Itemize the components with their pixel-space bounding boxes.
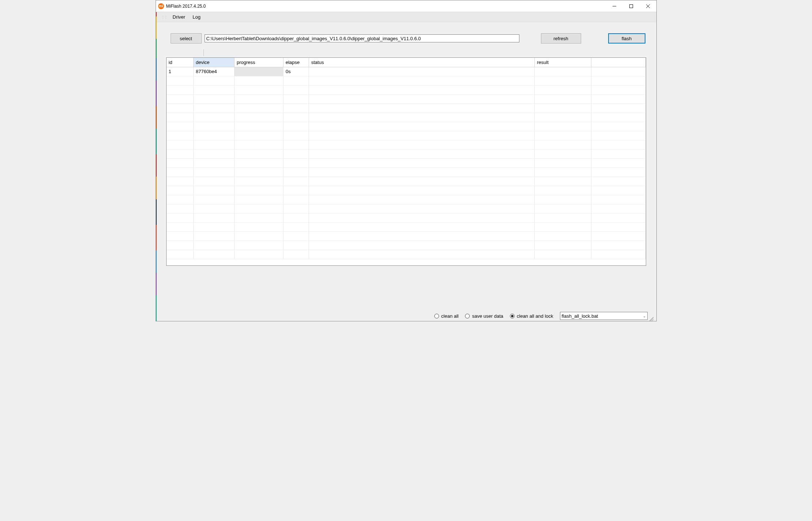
menu-bar: ⋮⋮ Driver Log [156, 12, 656, 22]
svg-rect-1 [629, 4, 633, 8]
table-row-empty [167, 113, 646, 122]
table-row-empty [167, 195, 646, 204]
col-header-device[interactable]: device [194, 58, 235, 67]
app-window: mi MiFlash 2017.4.25.0 ⋮⋮ Driver Log sel… [156, 0, 657, 321]
table-row-empty [167, 140, 646, 149]
radio-option[interactable]: clean all [434, 313, 462, 319]
table-row-empty [167, 241, 646, 250]
refresh-button[interactable]: refresh [541, 33, 581, 44]
chevron-down-icon: ⌄ [643, 314, 646, 318]
table-row-empty [167, 250, 646, 259]
table-row-empty [167, 186, 646, 195]
radio-label: clean all [441, 313, 459, 319]
cell-progress [235, 67, 283, 76]
radio-icon [465, 314, 470, 318]
table-row-empty [167, 167, 646, 177]
rom-path-input[interactable] [205, 34, 519, 42]
col-header-result[interactable]: result [535, 58, 591, 67]
close-button[interactable] [640, 0, 656, 12]
table-row-empty [167, 122, 646, 131]
table-row-empty [167, 158, 646, 167]
flash-button[interactable]: flash [608, 33, 645, 44]
cell-extra [591, 67, 646, 76]
table-row[interactable]: 187760be40s [167, 67, 646, 76]
table-row-empty [167, 204, 646, 213]
decorative-left-strip [156, 0, 157, 321]
table-row-empty [167, 213, 646, 222]
minimize-icon [613, 4, 616, 8]
col-header-status[interactable]: status [309, 58, 535, 67]
table-row-empty [167, 131, 646, 140]
cell-status [309, 67, 535, 76]
cell-elapse: 0s [283, 67, 309, 76]
script-select[interactable]: flash_all_lock.bat ⌄ [560, 312, 648, 320]
device-grid[interactable]: id device progress elapse status result … [166, 57, 646, 266]
toolbar-grip-icon: ⋮⋮ [161, 15, 167, 19]
menu-log[interactable]: Log [189, 13, 204, 21]
table-row-empty [167, 231, 646, 241]
table-row-empty [167, 149, 646, 158]
minimize-button[interactable] [606, 0, 623, 12]
table-row-empty [167, 76, 646, 85]
toolbar: select refresh flash [156, 22, 656, 47]
table-row-empty [167, 222, 646, 231]
radio-label: save user data [472, 313, 503, 319]
radio-icon [434, 314, 439, 318]
cell-id: 1 [167, 67, 194, 76]
separator [203, 49, 204, 56]
maximize-button[interactable] [623, 0, 640, 12]
radio-option[interactable]: clean all and lock [510, 313, 557, 319]
window-controls [606, 0, 656, 12]
col-header-id[interactable]: id [167, 58, 194, 67]
radio-icon [510, 314, 515, 318]
resize-grip-icon[interactable] [648, 316, 653, 321]
script-select-value: flash_all_lock.bat [562, 313, 598, 319]
radio-option[interactable]: save user data [465, 313, 507, 319]
table-row-empty [167, 177, 646, 186]
table-header-row: id device progress elapse status result [167, 58, 646, 67]
status-bar: clean allsave user dataclean all and loc… [156, 311, 656, 321]
col-header-elapse[interactable]: elapse [283, 58, 309, 67]
col-header-progress[interactable]: progress [235, 58, 283, 67]
content-area: select refresh flash id device progress … [156, 22, 656, 321]
window-title: MiFlash 2017.4.25.0 [166, 4, 206, 9]
table-row-empty [167, 103, 646, 113]
device-table: id device progress elapse status result … [167, 58, 646, 259]
table-row-empty [167, 85, 646, 94]
app-icon: mi [158, 3, 164, 9]
select-button[interactable]: select [171, 33, 202, 44]
table-row-empty [167, 94, 646, 103]
title-bar: mi MiFlash 2017.4.25.0 [156, 0, 656, 12]
cell-device: 87760be4 [194, 67, 235, 76]
col-header-extra[interactable] [591, 58, 646, 67]
cell-result [535, 67, 591, 76]
menu-driver[interactable]: Driver [169, 13, 189, 21]
radio-label: clean all and lock [517, 313, 553, 319]
flash-mode-radios: clean allsave user dataclean all and loc… [434, 313, 560, 319]
close-icon [646, 4, 650, 8]
maximize-icon [629, 4, 633, 8]
